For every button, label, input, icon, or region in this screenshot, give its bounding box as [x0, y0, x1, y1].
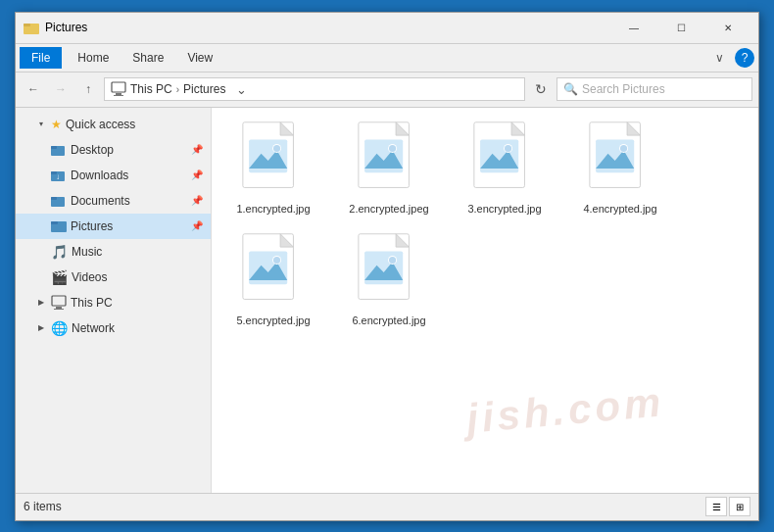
sidebar-label-thispc: This PC	[71, 296, 113, 310]
file-grid: 1.encrypted.jpg 2.encrypted.jpeg	[219, 116, 750, 331]
title-bar: Pictures — ☐ ✕	[16, 13, 758, 44]
svg-rect-16	[54, 309, 64, 310]
item-count: 6 items	[24, 500, 62, 513]
ribbon-tabs: File Home Share View ∨ ?	[16, 44, 758, 72]
sidebar-item-videos[interactable]: 🎬 Videos	[16, 265, 211, 290]
svg-point-44	[620, 144, 627, 151]
svg-point-58	[389, 256, 396, 263]
tab-file[interactable]: File	[20, 47, 62, 69]
network-icon: 🌐	[51, 320, 68, 336]
computer-icon	[51, 295, 67, 311]
file-name: 4.encrypted.jpg	[583, 203, 656, 215]
title-icon	[24, 20, 39, 35]
expand-thispc-icon: ▶	[35, 297, 47, 309]
sidebar-item-desktop[interactable]: Desktop 📌	[16, 137, 211, 163]
tab-home[interactable]: Home	[66, 47, 121, 69]
svg-rect-6	[51, 146, 57, 149]
address-path[interactable]: This PC › Pictures ⌄	[104, 77, 525, 101]
sidebar-label-videos: Videos	[72, 270, 107, 284]
svg-rect-13	[51, 221, 58, 224]
pc-icon	[111, 81, 126, 97]
search-icon: 🔍	[563, 82, 578, 96]
tab-share[interactable]: Share	[121, 47, 175, 69]
sidebar-label-desktop: Desktop	[71, 143, 114, 157]
svg-rect-4	[114, 95, 123, 96]
sidebar-item-thispc[interactable]: ▶ This PC	[16, 290, 211, 315]
file-item[interactable]: 4.encrypted.jpg	[566, 116, 674, 219]
svg-rect-2	[112, 82, 125, 92]
pin-downloads-icon: 📌	[191, 169, 203, 180]
watermark: jish.com	[464, 378, 666, 442]
file-icon	[350, 121, 428, 199]
sidebar-item-network[interactable]: ▶ 🌐 Network	[16, 315, 211, 341]
address-bar: ← → ↑ This PC › Pictures ⌄ ↻ 🔍 Search Pi…	[16, 73, 758, 108]
sidebar-label-documents: Documents	[71, 194, 130, 208]
search-placeholder: Search Pictures	[582, 82, 665, 96]
sidebar-item-quickaccess[interactable]: ▾ ★ Quick access	[16, 112, 211, 137]
file-name: 3.encrypted.jpg	[467, 203, 541, 215]
sidebar-item-documents[interactable]: Documents 📌	[16, 188, 211, 214]
expand-quickaccess-icon: ▾	[35, 119, 47, 130]
file-icon	[234, 121, 313, 199]
expand-network-icon: ▶	[35, 322, 47, 334]
minimize-button[interactable]: —	[611, 12, 656, 43]
file-item[interactable]: 5.encrypted.jpg	[219, 227, 327, 331]
svg-rect-3	[116, 93, 121, 95]
ribbon-chevron-down[interactable]: ∨	[707, 46, 731, 70]
main-content: ▾ ★ Quick access Desktop 📌 ↓	[16, 108, 758, 493]
pin-desktop-icon: 📌	[191, 144, 203, 155]
sidebar-item-downloads[interactable]: ↓ Downloads 📌	[16, 163, 211, 188]
file-item[interactable]: 1.encrypted.jpg	[219, 116, 327, 219]
sidebar-label-downloads: Downloads	[71, 169, 128, 182]
downloads-folder-icon: ↓	[51, 168, 67, 183]
tab-view[interactable]: View	[175, 47, 224, 69]
pin-pictures-icon: 📌	[191, 220, 203, 231]
search-box[interactable]: 🔍 Search Pictures	[556, 77, 752, 101]
svg-point-51	[273, 256, 280, 263]
maximize-button[interactable]: ☐	[658, 12, 703, 43]
video-icon: 🎬	[51, 269, 68, 285]
path-dropdown-button[interactable]: ⌄	[229, 77, 253, 101]
svg-rect-1	[24, 24, 30, 26]
file-icon	[465, 121, 544, 199]
documents-folder-icon	[51, 193, 67, 209]
file-item[interactable]: 6.encrypted.jpg	[335, 227, 443, 331]
music-icon: 🎵	[51, 244, 68, 260]
sidebar-item-pictures[interactable]: Pictures 📌	[16, 214, 211, 239]
ribbon-help-button[interactable]: ?	[735, 48, 754, 68]
star-icon: ★	[51, 118, 62, 131]
refresh-button[interactable]: ↻	[529, 77, 553, 101]
forward-button[interactable]: →	[49, 77, 73, 101]
sidebar-label-pictures: Pictures	[71, 219, 113, 233]
file-item[interactable]: 2.encrypted.jpeg	[335, 116, 443, 219]
close-button[interactable]: ✕	[705, 12, 750, 43]
file-icon	[581, 121, 659, 199]
file-name: 2.encrypted.jpeg	[349, 203, 428, 215]
sidebar-label-music: Music	[72, 245, 102, 259]
file-area: jish.com 1.encrypted.jpg	[212, 108, 758, 493]
path-pictures: Pictures	[183, 82, 225, 96]
details-view-button[interactable]: ☰	[705, 497, 727, 516]
window-title: Pictures	[45, 21, 611, 34]
file-name: 5.encrypted.jpg	[236, 314, 310, 326]
window-controls: — ☐ ✕	[611, 12, 750, 43]
icons-view-button[interactable]: ⊞	[729, 497, 750, 516]
svg-point-23	[273, 144, 280, 151]
pin-documents-icon: 📌	[191, 195, 203, 206]
pictures-folder-icon	[51, 218, 67, 234]
back-button[interactable]: ←	[22, 77, 45, 101]
path-thispc: This PC	[130, 82, 172, 96]
svg-rect-14	[52, 296, 66, 306]
file-icon	[234, 232, 313, 311]
path-sep1: ›	[176, 84, 179, 95]
svg-text:↓: ↓	[56, 172, 60, 181]
sidebar: ▾ ★ Quick access Desktop 📌 ↓	[16, 108, 212, 493]
svg-point-30	[389, 144, 396, 151]
sidebar-item-music[interactable]: 🎵 Music	[16, 239, 211, 265]
sidebar-label-quickaccess: Quick access	[66, 118, 135, 131]
up-button[interactable]: ↑	[76, 77, 100, 101]
sidebar-label-network: Network	[72, 321, 115, 335]
svg-point-37	[505, 144, 511, 151]
file-item[interactable]: 3.encrypted.jpg	[451, 116, 558, 219]
file-name: 1.encrypted.jpg	[236, 203, 310, 215]
